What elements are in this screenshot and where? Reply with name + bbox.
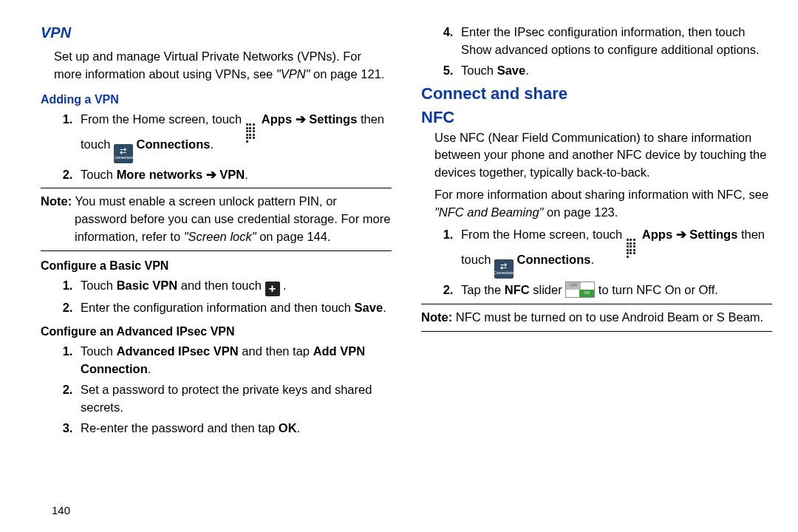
heading-connect-share: Connect and share [421,84,772,103]
note-vpn: Note: You must enable a screen unlock pa… [41,193,392,246]
vpn-intro: Set up and manage Virtual Private Networ… [41,48,392,83]
plus-icon: + [265,282,280,296]
apps-grid-icon [626,238,639,251]
divider [421,331,772,332]
heading-vpn: VPN [41,22,392,44]
note-nfc: Note: NFC must be turned on to use Andro… [421,309,772,327]
toggle-slider-icon: OFFON [565,282,595,298]
ipsec-vpn-steps: Touch Advanced IPsec VPN and then tap Ad… [41,343,392,437]
heading-basic-vpn: Configure a Basic VPN [41,257,392,274]
divider [41,250,392,251]
basic-vpn-steps: Touch Basic VPN and then touch + . Enter… [41,277,392,317]
nfc-steps: From the Home screen, touch Apps ➔ Setti… [421,226,772,299]
page-number: 140 [52,502,70,519]
divider [41,188,392,188]
list-item: Set a password to protect the private ke… [76,381,392,417]
list-item: Touch Basic VPN and then touch + . [76,277,392,296]
list-item: Touch Advanced IPsec VPN and then tap Ad… [76,343,392,378]
nfc-intro: Use NFC (Near Field Communication) to sh… [421,129,772,183]
right-column: Enter the IPsec configuration informatio… [421,22,772,525]
connections-icon: ⇄Connections [494,259,514,279]
list-item: From the Home screen, touch Apps ➔ Setti… [457,226,772,279]
heading-adding-vpn: Adding a VPN [41,91,392,108]
connections-icon: ⇄Connections [114,144,133,163]
list-item: Re-enter the password and then tap OK. [76,420,392,437]
ipsec-vpn-steps-continued: Enter the IPsec configuration informatio… [421,24,772,80]
list-item: Tap the NFC slider OFFON to turn NFC On … [457,282,772,299]
nfc-more-info: For more information about sharing infor… [421,186,772,222]
left-column: VPN Set up and manage Virtual Private Ne… [41,22,392,525]
heading-ipsec-vpn: Configure an Advanced IPsec VPN [41,323,392,340]
apps-grid-icon [245,123,259,136]
heading-nfc: NFC [421,108,772,127]
list-item: Enter the IPsec configuration informatio… [457,24,772,59]
list-item: Touch More networks ➔ VPN. [76,166,392,184]
list-item: Touch Save. [457,62,772,80]
list-item: From the Home screen, touch Apps ➔ Setti… [76,111,392,163]
divider [421,304,772,304]
list-item: Enter the configuration information and … [76,299,392,317]
adding-vpn-steps: From the Home screen, touch Apps ➔ Setti… [41,111,392,183]
